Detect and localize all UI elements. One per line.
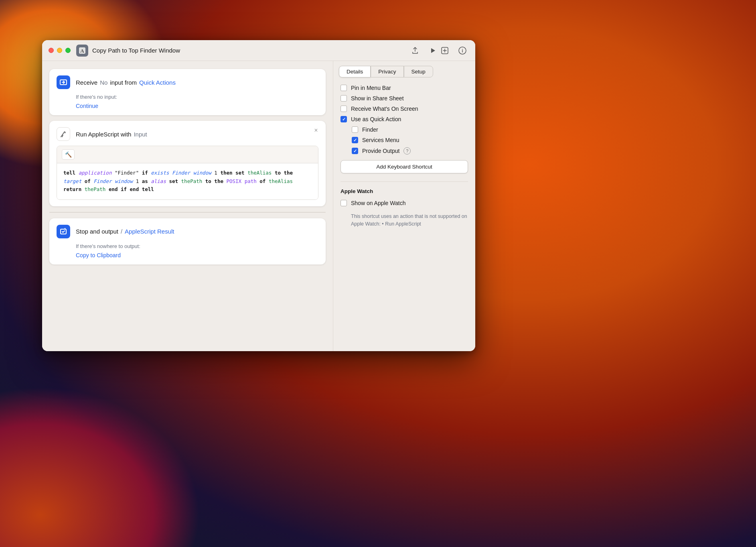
svg-text:A: A (80, 48, 84, 54)
add-keyboard-shortcut-button[interactable]: Add Keyboard Shortcut (341, 160, 468, 173)
run-button[interactable] (427, 45, 438, 56)
minimize-button[interactable] (57, 48, 62, 53)
background-glow-bottom (0, 386, 201, 547)
svg-point-6 (64, 132, 66, 133)
as-title-label: Run AppleScript with (76, 131, 131, 138)
main-window: A Copy Path to Top Finder Window (42, 40, 475, 351)
quick-action-row: Use as Quick Action (341, 116, 468, 122)
if-no-input-label: If there's no input: (76, 94, 318, 100)
compile-button[interactable]: 🔨 (62, 149, 75, 160)
right-panel: Details Privacy Setup Pin in Menu Bar Sh… (333, 61, 475, 351)
receive-text: Receive No input from Quick Actions (76, 79, 176, 86)
finder-checkbox[interactable] (352, 126, 358, 133)
pin-menu-bar-row: Pin in Menu Bar (341, 85, 468, 91)
fullscreen-button[interactable] (65, 48, 71, 53)
apple-watch-label: Show on Apple Watch (351, 200, 405, 206)
share-button[interactable] (409, 45, 421, 56)
section-divider (341, 181, 468, 182)
resize-handle (49, 212, 326, 213)
if-nowhere-label: If there's nowhere to output: (76, 243, 318, 249)
svg-marker-2 (431, 48, 435, 53)
apple-watch-note: This shortcut uses an action that is not… (351, 213, 468, 228)
receive-card: Receive No input from Quick Actions If t… (49, 69, 326, 115)
title-bar: A Copy Path to Top Finder Window (42, 40, 475, 61)
as-close-button[interactable]: × (312, 126, 320, 134)
stop-slash: / (121, 228, 122, 235)
receive-screen-checkbox[interactable] (341, 106, 347, 112)
as-code[interactable]: tell application "Finder" if exists Find… (57, 163, 318, 199)
provide-output-label: Provide Output (362, 148, 399, 154)
pin-menu-bar-checkbox[interactable] (341, 85, 347, 91)
receive-input-from: input from (110, 79, 137, 86)
services-menu-label: Services Menu (362, 137, 399, 143)
finder-label: Finder (362, 126, 378, 133)
as-input-label: Input (134, 131, 147, 138)
stop-applescript-result[interactable]: AppleScript Result (125, 228, 174, 235)
as-card-header: Run AppleScript with Input × (49, 121, 326, 146)
services-menu-checkbox[interactable] (352, 137, 358, 143)
quick-action-label: Use as Quick Action (351, 116, 401, 122)
right-panel-content: Pin in Menu Bar Show in Share Sheet Rece… (333, 77, 475, 235)
stop-card-footer: If there's nowhere to output: Copy to Cl… (49, 243, 326, 264)
as-title: Run AppleScript with Input (76, 131, 147, 138)
receive-card-header: Receive No input from Quick Actions (49, 69, 326, 94)
as-code-toolbar: 🔨 (57, 146, 318, 163)
continue-link[interactable]: Continue (76, 103, 98, 109)
close-button[interactable] (49, 48, 54, 53)
info-button[interactable] (456, 44, 469, 57)
provide-output-checkbox[interactable] (352, 148, 358, 154)
tab-details[interactable]: Details (339, 66, 371, 77)
receive-screen-row: Receive What's On Screen (341, 106, 468, 112)
window-body: Receive No input from Quick Actions If t… (42, 61, 475, 351)
stop-icon (57, 225, 70, 238)
stop-card-header: Stop and output / AppleScript Result (49, 218, 326, 243)
tab-privacy[interactable]: Privacy (371, 66, 403, 77)
receive-screen-label: Receive What's On Screen (351, 106, 418, 112)
receive-card-footer: If there's no input: Continue (49, 94, 326, 115)
window-title: Copy Path to Top Finder Window (92, 47, 409, 54)
show-share-sheet-label: Show in Share Sheet (351, 95, 404, 102)
show-share-sheet-checkbox[interactable] (341, 95, 347, 102)
apple-watch-header: Apple Watch (341, 188, 468, 194)
copy-to-clipboard-link[interactable]: Copy to Clipboard (76, 252, 121, 258)
applescript-card: Run AppleScript with Input × 🔨 tell appl… (49, 121, 326, 206)
receive-no: No (100, 79, 107, 86)
apple-watch-row: Show on Apple Watch (341, 200, 468, 206)
stop-text: Stop and output / AppleScript Result (76, 228, 174, 235)
pin-menu-bar-label: Pin in Menu Bar (351, 85, 391, 91)
quick-actions-link[interactable]: Quick Actions (139, 79, 176, 86)
applescript-icon (57, 127, 70, 141)
stop-card: Stop and output / AppleScript Result If … (49, 218, 326, 264)
stop-label: Stop and output (76, 228, 118, 235)
shortcut-app-icon: A (76, 45, 88, 57)
add-to-shortcuts-button[interactable] (438, 44, 451, 57)
quick-action-checkbox[interactable] (341, 116, 347, 122)
traffic-lights (49, 48, 71, 53)
tab-setup[interactable]: Setup (404, 66, 433, 77)
finder-row: Finder (341, 126, 468, 133)
services-menu-row: Services Menu (341, 137, 468, 143)
provide-output-help[interactable]: ? (403, 147, 411, 155)
receive-label: Receive (76, 79, 97, 86)
receive-icon (57, 75, 70, 89)
as-code-container: 🔨 tell application "Finder" if exists Fi… (57, 146, 318, 200)
details-tabs: Details Privacy Setup (333, 61, 475, 77)
provide-output-row: Provide Output ? (341, 147, 468, 155)
apple-watch-checkbox[interactable] (341, 200, 347, 206)
title-actions (409, 45, 438, 56)
left-panel: Receive No input from Quick Actions If t… (42, 61, 333, 351)
show-share-sheet-row: Show in Share Sheet (341, 95, 468, 102)
